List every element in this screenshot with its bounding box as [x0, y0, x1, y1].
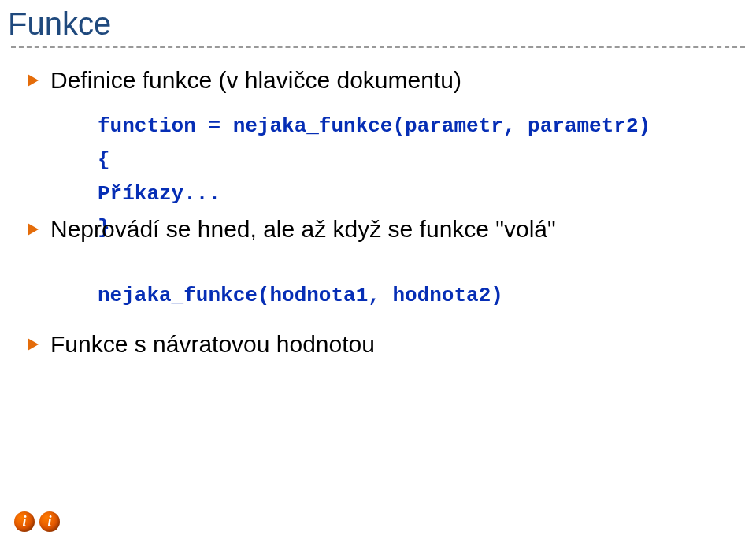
info-icon: i — [39, 511, 60, 532]
code-line: { — [98, 147, 732, 174]
code-line: function = nejaka_funkce(parametr, param… — [98, 113, 732, 140]
info-glyph: i — [47, 514, 51, 528]
page-title: Funkce — [8, 6, 748, 42]
bullet-text-prefix: Ne — [50, 216, 80, 242]
bullet-text-rest: provádí se hned, ale až když se funkce "… — [80, 216, 555, 242]
play-bullet-icon — [27, 337, 39, 355]
bullet-item: Funkce s návratovou hodnotou — [27, 329, 732, 359]
bullet-text: Neprovádí se hned, ale až když se funkce… — [50, 214, 556, 244]
play-bullet-icon — [27, 73, 39, 91]
slide: Funkce Definice funkce (v hlavičce dokum… — [0, 0, 756, 543]
spacer — [27, 255, 732, 279]
slide-body: Definice funkce (v hlavičce dokumentu) f… — [0, 65, 756, 359]
footer-icons: i i — [14, 511, 60, 532]
info-glyph: i — [22, 514, 26, 528]
svg-marker-1 — [28, 223, 39, 236]
overlap-row: } Neprovádí se hned, ale až když se funk… — [27, 214, 732, 246]
svg-marker-0 — [28, 74, 39, 87]
bullet-text: Definice funkce (v hlavičce dokumentu) — [50, 65, 461, 95]
code-line: nejaka_funkce(hodnota1, hodnota2) — [98, 284, 732, 307]
play-bullet-icon — [27, 222, 39, 240]
bullet-text: Funkce s návratovou hodnotou — [50, 329, 375, 359]
svg-marker-2 — [28, 338, 39, 351]
code-line: Příkazy... — [98, 180, 732, 208]
bullet-item: Neprovádí se hned, ale až když se funkce… — [27, 214, 556, 244]
title-wrap: Funkce — [0, 0, 756, 45]
info-icon: i — [14, 511, 35, 532]
bullet-item: Definice funkce (v hlavičce dokumentu) — [27, 65, 732, 95]
divider — [11, 46, 745, 48]
